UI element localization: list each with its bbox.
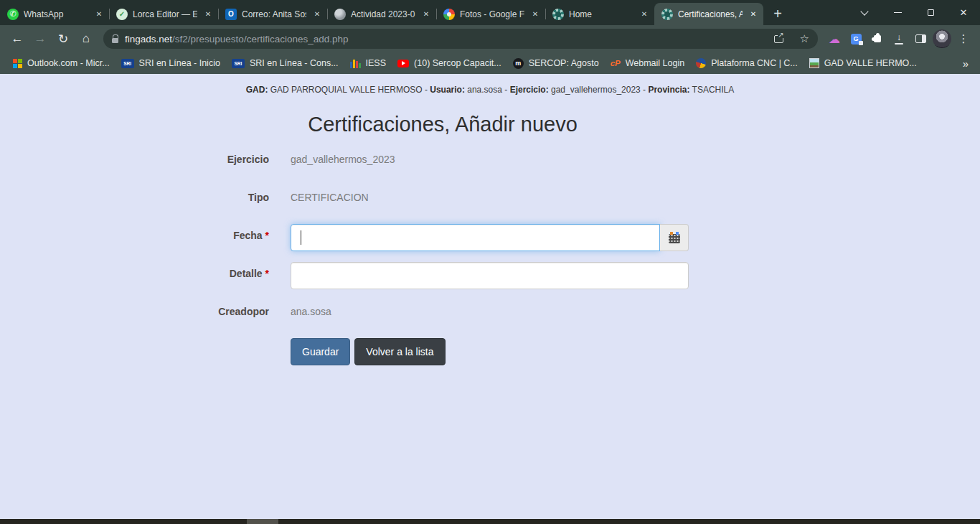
- form-row-detalle: Detalle *: [195, 262, 690, 289]
- gad-logo-icon: [809, 58, 819, 68]
- form-row-buttons: Guardar Volver a la lista: [195, 338, 690, 365]
- tab-title: WhatsApp: [24, 9, 88, 19]
- new-tab-button[interactable]: +: [768, 4, 788, 24]
- web-page: GAD: GAD PARROQUIAL VALLE HERMOSO - Usua…: [0, 74, 980, 519]
- tab-correo[interactable]: O Correo: Anita Sos ✕: [218, 3, 327, 25]
- url-text[interactable]: fingads.net/sf2/presupuesto/certificacio…: [125, 34, 768, 45]
- lock-icon[interactable]: [112, 38, 118, 43]
- tab-title: Correo: Anita Sos: [242, 9, 306, 19]
- minimize-button[interactable]: [881, 0, 914, 25]
- ejercicio-label: Ejercicio: [195, 148, 269, 175]
- fecha-input[interactable]: [291, 224, 660, 251]
- form-row-tipo: Tipo CERTIFICACION: [195, 186, 690, 213]
- bookmark-plataforma-cnc[interactable]: Plataforma CNC | C...: [690, 55, 804, 72]
- horizontal-scrollbar[interactable]: [0, 519, 980, 524]
- bookmark-sercop-agosto[interactable]: m SERCOP: Agosto: [507, 55, 605, 72]
- bookmark-label: IESS: [366, 58, 387, 68]
- bookmark-label: GAD VALLE HERMO...: [824, 58, 917, 68]
- bookmark-sri-inicio[interactable]: SRI SRI en Línea - Inicio: [116, 55, 226, 72]
- creadopor-label: Creadopor: [195, 300, 269, 327]
- iess-icon: [350, 59, 361, 68]
- tab-strip: ✆ WhatsApp ✕ ✓ Lorca Editor — El ✕ O Cor…: [0, 0, 980, 25]
- detalle-input[interactable]: [291, 262, 689, 289]
- form-row-creadopor: Creadopor ana.sosa: [195, 300, 690, 327]
- tab-search-chevron-icon[interactable]: [848, 0, 881, 25]
- home-button[interactable]: ⌂: [75, 27, 98, 50]
- tab-close-icon[interactable]: ✕: [748, 9, 759, 20]
- tab-title: Fotos - Google F: [460, 9, 524, 19]
- fingads-logo-icon: [661, 9, 673, 20]
- url-path: /sf2/presupuesto/certificaciones_add.php: [172, 34, 348, 45]
- extensions-puzzle-icon[interactable]: [867, 27, 888, 50]
- meta-value: gad_vallehermos_2023 -: [549, 85, 649, 95]
- meta-value: TSACHILA: [689, 85, 734, 95]
- back-button[interactable]: ←: [6, 27, 29, 50]
- tab-certificaciones-active[interactable]: Certificaciones, A ✕: [654, 3, 763, 25]
- calendar-button[interactable]: [660, 224, 689, 251]
- required-asterisk: *: [265, 230, 269, 241]
- bookmark-webmail[interactable]: cP Webmail Login: [605, 55, 691, 72]
- meta-label: Provincia:: [648, 85, 689, 95]
- url-domain: fingads.net: [125, 34, 172, 45]
- bookmark-sri-consultas[interactable]: SRI SRI en Línea - Cons...: [226, 55, 344, 72]
- fingads-logo-icon: [552, 9, 564, 20]
- creadopor-value: ana.sosa: [291, 300, 689, 317]
- bookmark-label: Outlook.com - Micr...: [27, 58, 110, 68]
- tab-close-icon[interactable]: ✕: [93, 9, 105, 20]
- bookmark-star-icon[interactable]: ☆: [800, 32, 809, 45]
- youtube-icon: [397, 60, 409, 67]
- tab-close-icon[interactable]: ✕: [311, 9, 323, 20]
- translate-extension-icon[interactable]: G: [845, 27, 867, 50]
- guardar-button[interactable]: Guardar: [291, 338, 350, 365]
- bookmark-outlook[interactable]: Outlook.com - Micr...: [7, 55, 116, 72]
- globe-icon: [334, 9, 346, 20]
- form-container: Certificaciones, Añadir nuevo Ejercicio …: [195, 113, 690, 365]
- sri-icon: SRI: [121, 59, 134, 68]
- bookmark-iess[interactable]: IESS: [344, 55, 392, 72]
- volver-a-la-lista-button[interactable]: Volver a la lista: [354, 338, 445, 365]
- tab-title: Certificaciones, A: [678, 9, 743, 19]
- tipo-value: CERTIFICACION: [291, 186, 689, 203]
- tab-close-icon[interactable]: ✕: [639, 9, 650, 20]
- lorca-check-icon: ✓: [116, 9, 128, 20]
- outlook-icon: O: [225, 9, 237, 20]
- detalle-label: Detalle *: [195, 262, 269, 289]
- restore-button[interactable]: [914, 0, 947, 25]
- moodle-icon: m: [513, 58, 524, 69]
- tab-lorca-editor[interactable]: ✓ Lorca Editor — El ✕: [109, 3, 218, 25]
- page-title: Certificaciones, Añadir nuevo: [195, 113, 690, 136]
- tab-close-icon[interactable]: ✕: [420, 9, 432, 20]
- address-bar[interactable]: fingads.net/sf2/presupuesto/certificacio…: [103, 29, 818, 49]
- cpanel-icon: cP: [611, 59, 621, 67]
- bookmark-label: SRI en Línea - Inicio: [139, 58, 220, 68]
- ejercicio-value: gad_vallehermos_2023: [291, 148, 689, 165]
- menu-dots-icon[interactable]: ⋮: [953, 27, 974, 50]
- meta-value: ana.sosa -: [465, 85, 510, 95]
- form-row-fecha: Fecha *: [195, 224, 690, 251]
- tab-whatsapp[interactable]: ✆ WhatsApp ✕: [0, 3, 109, 25]
- reload-button[interactable]: ↻: [52, 27, 75, 50]
- bookmarks-overflow-chevron[interactable]: »: [958, 57, 973, 70]
- calendar-icon: [669, 234, 680, 243]
- meta-label: Ejercicio:: [510, 85, 549, 95]
- tab-close-icon[interactable]: ✕: [529, 9, 541, 20]
- cloud-extension-icon[interactable]: ☁: [824, 27, 845, 50]
- bookmark-sercop-youtube[interactable]: (10) Sercop Capacit...: [392, 55, 507, 72]
- tab-google-fotos[interactable]: Fotos - Google F ✕: [436, 3, 545, 25]
- tab-close-icon[interactable]: ✕: [202, 9, 214, 20]
- close-window-button[interactable]: ✕: [947, 0, 980, 25]
- scrollbar-thumb[interactable]: [247, 519, 278, 524]
- share-icon[interactable]: ↗: [774, 35, 783, 43]
- required-asterisk: *: [265, 268, 269, 279]
- fecha-label: Fecha *: [195, 224, 269, 251]
- cnc-icon: [696, 58, 706, 68]
- bookmark-gad-valle-hermoso[interactable]: GAD VALLE HERMO...: [804, 55, 923, 72]
- forward-button[interactable]: →: [29, 27, 52, 50]
- side-panel-icon[interactable]: [910, 27, 931, 50]
- downloads-icon[interactable]: ↓: [888, 27, 910, 50]
- meta-value: GAD PARROQUIAL VALLE HERMOSO -: [268, 85, 430, 95]
- tab-home[interactable]: Home ✕: [545, 3, 654, 25]
- tab-actividad[interactable]: Actividad 2023-0 ✕: [327, 3, 436, 25]
- profile-avatar[interactable]: [931, 27, 953, 50]
- browser-window: ✆ WhatsApp ✕ ✓ Lorca Editor — El ✕ O Cor…: [0, 0, 980, 524]
